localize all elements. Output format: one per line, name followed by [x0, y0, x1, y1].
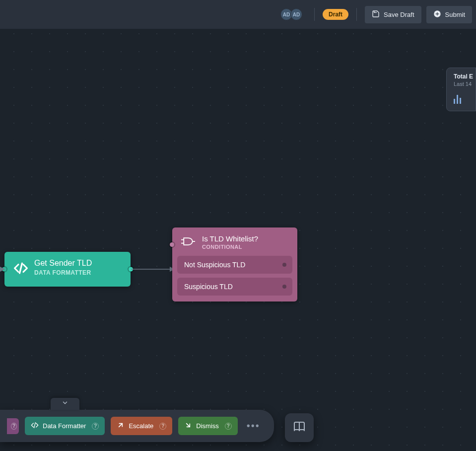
help-icon: ?	[11, 423, 17, 430]
node-title: Get Sender TLD	[34, 259, 121, 268]
action-label: Data Formatter	[43, 422, 86, 430]
separator	[356, 8, 357, 21]
node-is-tld-whitelist[interactable]: Is TLD Whitelist? CONDITIONAL Not Suspic…	[172, 227, 297, 301]
branch-not-suspicious[interactable]: Not Suspicious TLD	[177, 256, 292, 274]
docs-button[interactable]	[285, 413, 314, 442]
edge-connector	[131, 266, 176, 273]
arrow-down-right-icon	[184, 421, 192, 431]
code-icon	[31, 421, 39, 431]
branch-output-port[interactable]	[282, 263, 286, 267]
top-toolbar: AD AD Draft Save Draft Submit	[0, 0, 476, 29]
help-icon: ?	[159, 423, 166, 430]
collapse-dock-button[interactable]	[51, 398, 79, 410]
action-label: Escalate	[129, 422, 153, 430]
node-type-label: CONDITIONAL	[202, 244, 258, 250]
node-get-sender-tld[interactable]: Get Sender TLD DATA FORMATTER	[4, 252, 131, 287]
stats-title: Total E	[454, 73, 470, 80]
node-output-port[interactable]	[129, 267, 133, 272]
save-icon	[372, 10, 380, 19]
node-type-label: DATA FORMATTER	[34, 269, 121, 276]
chevron-down-icon	[62, 399, 68, 408]
branch-output-port[interactable]	[282, 285, 286, 289]
arrow-up-right-icon	[117, 421, 125, 431]
stats-subtitle: Last 14	[454, 81, 470, 87]
action-dismiss[interactable]: Dismiss ?	[178, 417, 238, 435]
plus-circle-icon	[433, 10, 441, 19]
more-actions-button[interactable]: •••	[244, 420, 263, 432]
branch-label: Suspicious TLD	[184, 283, 233, 291]
draft-status-chip: Draft	[323, 9, 348, 20]
node-input-port[interactable]	[2, 267, 6, 272]
action-pill-stub[interactable]: ?	[7, 418, 19, 434]
branch-label: Not Suspicious TLD	[184, 261, 245, 269]
svg-line-10	[119, 424, 123, 427]
node-title: Is TLD Whitelist?	[202, 234, 258, 243]
help-icon: ?	[92, 423, 99, 430]
svg-line-9	[34, 423, 36, 428]
bar-chart-icon	[454, 93, 470, 104]
avatar[interactable]: AD	[290, 8, 302, 20]
workflow-canvas[interactable]: Total E Last 14 Get Sender TLD DATA FORM…	[0, 29, 476, 451]
bottom-dock-wrap: ? Data Formatter ? Escalate ?	[0, 410, 314, 451]
submit-label: Submit	[445, 11, 465, 18]
save-draft-button[interactable]: Save Draft	[365, 6, 421, 23]
book-icon	[293, 421, 305, 435]
stats-panel[interactable]: Total E Last 14	[446, 68, 476, 111]
logic-gate-icon	[181, 236, 195, 249]
node-input-port[interactable]	[170, 242, 174, 247]
action-data-formatter[interactable]: Data Formatter ?	[25, 417, 105, 435]
help-icon: ?	[225, 423, 232, 430]
svg-line-1	[20, 263, 22, 273]
action-dock: ? Data Formatter ? Escalate ?	[0, 410, 274, 442]
action-label: Dismiss	[196, 422, 219, 430]
svg-line-11	[187, 424, 190, 427]
avatar-group: AD AD	[282, 8, 302, 20]
submit-button[interactable]: Submit	[426, 6, 472, 23]
separator	[314, 8, 315, 21]
branch-suspicious[interactable]: Suspicious TLD	[177, 278, 292, 296]
action-escalate[interactable]: Escalate ?	[111, 417, 172, 435]
save-draft-label: Save Draft	[384, 11, 414, 18]
code-icon	[13, 261, 28, 278]
